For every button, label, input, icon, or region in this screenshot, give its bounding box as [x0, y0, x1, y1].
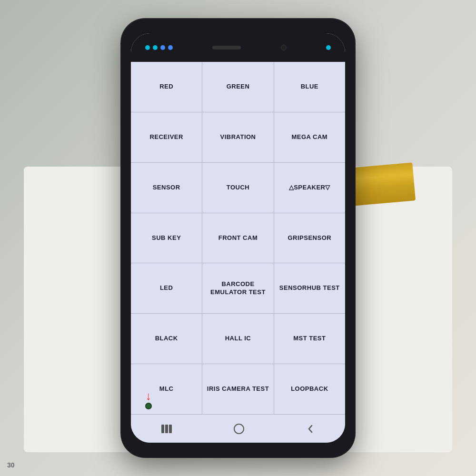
svg-rect-1 — [165, 425, 168, 433]
grid-cell-iris-camera[interactable]: IRIS CAMERA TEST — [202, 364, 273, 414]
grid-label-receiver: RECEIVER — [149, 133, 183, 141]
grid-label-front-cam: FRONT CAM — [218, 234, 258, 242]
dot-2 — [153, 45, 158, 50]
dot-3 — [160, 45, 165, 50]
grid-label-iris-camera: IRIS CAMERA TEST — [207, 385, 269, 393]
grid-cell-mega-cam[interactable]: MEGA CAM — [274, 112, 345, 162]
grid-label-blue: BLUE — [301, 83, 318, 91]
watermark: 30 — [7, 461, 15, 469]
grid-cell-touch[interactable]: TOUCH — [202, 163, 273, 213]
svg-rect-2 — [169, 425, 172, 433]
navigation-bar — [131, 414, 345, 443]
test-grid: REDGREENBLUERECEIVERVIBRATIONMEGA CAMSEN… — [131, 62, 345, 414]
indicator-dots — [145, 45, 173, 50]
grid-cell-black[interactable]: BLACK — [131, 314, 202, 364]
dot-1 — [145, 45, 150, 50]
grid-label-sensorhub: SENSORHUB TEST — [279, 284, 340, 292]
phone-frame: REDGREENBLUERECEIVERVIBRATIONMEGA CAMSEN… — [121, 19, 355, 457]
back-button[interactable] — [297, 421, 324, 437]
grid-cell-hall-ic[interactable]: HALL IC — [202, 314, 273, 364]
grid-cell-red[interactable]: RED — [131, 62, 202, 112]
recent-apps-button[interactable] — [152, 421, 181, 437]
svg-point-3 — [234, 424, 244, 434]
grid-cell-sub-key[interactable]: SUB KEY — [131, 213, 202, 263]
grid-label-barcode-emulator: BARCODE EMULATOR TEST — [206, 280, 269, 297]
grid-cell-gripsensor[interactable]: GRIPSENSOR — [274, 213, 345, 263]
grid-cell-sensorhub[interactable]: SENSORHUB TEST — [274, 263, 345, 313]
grid-label-sub-key: SUB KEY — [152, 234, 181, 242]
grid-label-touch: TOUCH — [227, 184, 249, 192]
grid-cell-speaker[interactable]: △SPEAKER▽ — [274, 163, 345, 213]
status-dot-1 — [326, 45, 331, 50]
dot-4 — [168, 45, 173, 50]
grid-cell-sensor[interactable]: SENSOR — [131, 163, 202, 213]
grid-label-mega-cam: MEGA CAM — [291, 133, 327, 141]
grid-cell-front-cam[interactable]: FRONT CAM — [202, 213, 273, 263]
grid-cell-mst-test[interactable]: MST TEST — [274, 314, 345, 364]
grid-label-green: GREEN — [227, 83, 250, 91]
front-camera — [281, 45, 287, 50]
grid-cell-green[interactable]: GREEN — [202, 62, 273, 112]
scroll-indicator: ↓ — [145, 390, 152, 409]
phone-screen: REDGREENBLUERECEIVERVIBRATIONMEGA CAMSEN… — [131, 33, 345, 443]
grid-label-hall-ic: HALL IC — [225, 335, 251, 343]
grid-cell-receiver[interactable]: RECEIVER — [131, 112, 202, 162]
status-bar — [131, 33, 345, 62]
grid-label-speaker: △SPEAKER▽ — [289, 184, 330, 192]
grid-label-gripsensor: GRIPSENSOR — [288, 234, 331, 242]
grid-label-red: RED — [159, 83, 173, 91]
grid-cell-mlc[interactable]: MLC — [131, 364, 202, 414]
grid-label-led: LED — [160, 284, 173, 292]
grid-cell-barcode-emulator[interactable]: BARCODE EMULATOR TEST — [202, 263, 273, 313]
scroll-arrow: ↓ — [146, 390, 151, 402]
home-button[interactable] — [224, 419, 254, 438]
earpiece-speaker — [212, 46, 241, 50]
grid-label-black: BLACK — [155, 335, 178, 343]
svg-rect-0 — [161, 425, 164, 433]
grid-cell-loopback[interactable]: LOOPBACK — [274, 364, 345, 414]
grid-label-vibration: VIBRATION — [220, 133, 256, 141]
fingerprint-indicator — [145, 403, 152, 409]
status-right — [326, 45, 331, 50]
grid-cell-led[interactable]: LED — [131, 263, 202, 313]
grid-label-mst-test: MST TEST — [293, 335, 326, 343]
grid-cell-vibration[interactable]: VIBRATION — [202, 112, 273, 162]
grid-label-loopback: LOOPBACK — [291, 385, 328, 393]
grid-label-mlc: MLC — [159, 385, 174, 393]
grid-label-sensor: SENSOR — [153, 184, 180, 192]
grid-cell-blue[interactable]: BLUE — [274, 62, 345, 112]
